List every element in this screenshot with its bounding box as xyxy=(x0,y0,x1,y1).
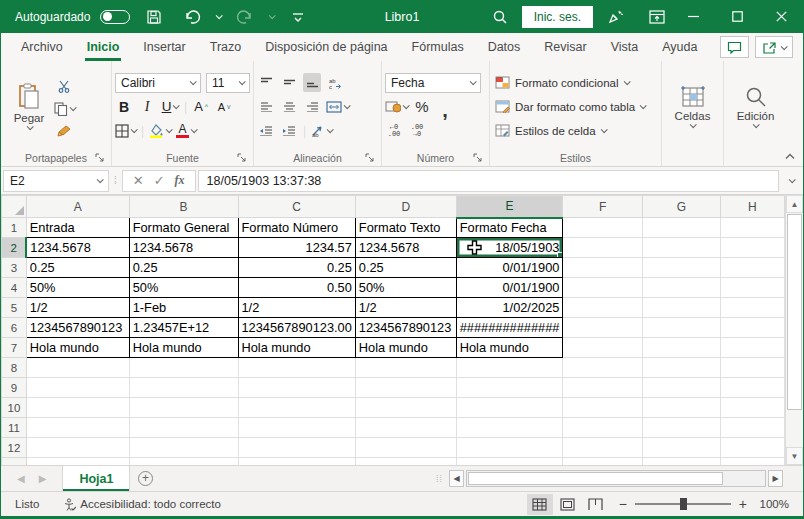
paste-button[interactable]: Pegar xyxy=(4,64,54,149)
cell-D1[interactable]: Formato Texto xyxy=(355,218,456,238)
share-button[interactable] xyxy=(755,36,793,58)
new-sheet-button[interactable]: + xyxy=(130,466,160,491)
maximize-button[interactable] xyxy=(715,0,759,33)
tab-disposición-de-página[interactable]: Disposición de página xyxy=(253,33,399,61)
prev-sheet-icon[interactable]: ◀ xyxy=(17,473,25,484)
cell-A2[interactable]: 1234.5678 xyxy=(26,238,129,258)
orientation-dropdown-icon[interactable] xyxy=(327,126,334,133)
number-format-combo[interactable]: Fecha xyxy=(385,73,481,93)
vertical-scroll-thumb[interactable] xyxy=(787,214,802,410)
merge-center-icon[interactable] xyxy=(326,97,349,116)
cell-C9[interactable] xyxy=(238,378,355,398)
cell-B5[interactable]: 1-Feb xyxy=(129,298,238,318)
cell-A10[interactable] xyxy=(26,398,129,418)
cell-F8[interactable] xyxy=(563,358,643,378)
increase-indent-icon[interactable] xyxy=(280,121,298,140)
cell-G5[interactable] xyxy=(643,298,721,318)
decrease-decimal-button[interactable]: .00→0 xyxy=(408,121,426,140)
cell-H1[interactable] xyxy=(720,218,784,238)
cells-button[interactable]: Celdas xyxy=(668,64,718,149)
cell-C6[interactable]: 1234567890123.00 xyxy=(238,318,355,338)
percent-style-button[interactable]: % xyxy=(413,97,431,116)
cell-F9[interactable] xyxy=(563,378,643,398)
cell-B9[interactable] xyxy=(129,378,238,398)
close-button[interactable] xyxy=(759,0,803,33)
cell-B8[interactable] xyxy=(129,358,238,378)
cell-B11[interactable] xyxy=(129,418,238,438)
row-header-5[interactable]: 5 xyxy=(2,298,27,318)
increase-font-button[interactable]: A^ xyxy=(192,97,210,116)
cell-D9[interactable] xyxy=(355,378,456,398)
align-right-icon[interactable] xyxy=(303,97,321,116)
paste-dropdown-icon[interactable] xyxy=(26,123,33,130)
tab-fórmulas[interactable]: Fórmulas xyxy=(400,33,476,61)
cell-E10[interactable] xyxy=(456,398,563,418)
formula-bar-grip[interactable]: ⁞ xyxy=(111,175,120,186)
align-left-icon[interactable] xyxy=(257,97,275,116)
select-all-corner[interactable] xyxy=(2,196,27,218)
page-break-preview-icon[interactable] xyxy=(583,494,609,515)
cell-F11[interactable] xyxy=(563,418,643,438)
autosave-toggle[interactable] xyxy=(100,10,130,24)
row-header-2[interactable]: 2 xyxy=(2,238,27,258)
cell-A3[interactable]: 0.25 xyxy=(26,258,129,278)
font-color-dropdown-icon[interactable] xyxy=(191,126,198,133)
cell-G7[interactable] xyxy=(643,338,721,358)
coming-soon-icon[interactable] xyxy=(601,5,629,29)
tab-inicio[interactable]: Inicio xyxy=(75,33,132,61)
cell-E9[interactable] xyxy=(456,378,563,398)
tab-insertar[interactable]: Insertar xyxy=(131,33,197,61)
cell-C2[interactable]: 1234.57 xyxy=(238,238,355,258)
cell-F10[interactable] xyxy=(563,398,643,418)
cell-B1[interactable]: Formato General xyxy=(129,218,238,238)
cell-G2[interactable] xyxy=(643,238,721,258)
cell-B3[interactable]: 0.25 xyxy=(129,258,238,278)
align-middle-icon[interactable] xyxy=(280,73,298,92)
clipboard-dialog-launcher[interactable] xyxy=(95,153,105,163)
fill-handle[interactable] xyxy=(557,252,563,258)
cell-E6[interactable]: ############## xyxy=(456,318,563,338)
column-header-A[interactable]: A xyxy=(26,196,129,218)
tab-archivo[interactable]: Archivo xyxy=(9,33,75,61)
cell-E8[interactable] xyxy=(456,358,563,378)
tab-vista[interactable]: Vista xyxy=(599,33,651,61)
align-top-icon[interactable] xyxy=(257,73,275,92)
font-dialog-launcher[interactable] xyxy=(237,153,247,163)
cut-icon[interactable] xyxy=(54,77,75,96)
cell-H6[interactable] xyxy=(720,318,784,338)
redo-dropdown-icon[interactable] xyxy=(269,12,276,19)
decrease-font-button[interactable]: Av xyxy=(215,97,233,116)
cell-H11[interactable] xyxy=(720,418,784,438)
cell-E7[interactable]: Hola mundo xyxy=(456,338,563,358)
column-header-E[interactable]: E xyxy=(456,196,563,218)
cell-F12[interactable] xyxy=(563,438,643,458)
cell-A5[interactable]: 1/2 xyxy=(26,298,129,318)
cell-G12[interactable] xyxy=(643,438,721,458)
orientation-icon[interactable]: ab xyxy=(311,121,332,140)
search-icon[interactable] xyxy=(486,5,514,29)
column-header-F[interactable]: F xyxy=(563,196,643,218)
cell-A6[interactable]: 1234567890123 xyxy=(26,318,129,338)
editing-dropdown-icon[interactable] xyxy=(753,121,760,128)
zoom-out-button[interactable]: − xyxy=(619,496,627,512)
cell-H3[interactable] xyxy=(720,258,784,278)
row-header-6[interactable]: 6 xyxy=(2,318,27,338)
underline-dropdown-icon[interactable] xyxy=(173,102,180,109)
name-box[interactable]: E2 xyxy=(3,170,109,192)
cell-C1[interactable]: Formato Número xyxy=(238,218,355,238)
formula-input[interactable]: 18/05/1903 13:37:38 xyxy=(198,170,779,192)
cell-C5[interactable]: 1/2 xyxy=(238,298,355,318)
cell-H8[interactable] xyxy=(720,358,784,378)
editing-button[interactable]: Edición xyxy=(731,64,781,149)
cell-H4[interactable] xyxy=(720,278,784,298)
cell-B12[interactable] xyxy=(129,438,238,458)
column-header-B[interactable]: B xyxy=(129,196,238,218)
page-layout-view-icon[interactable] xyxy=(555,494,581,515)
align-center-icon[interactable] xyxy=(280,97,298,116)
zoom-in-button[interactable]: + xyxy=(739,496,747,512)
cancel-entry-icon[interactable]: ✕ xyxy=(133,173,144,188)
column-header-C[interactable]: C xyxy=(238,196,355,218)
quick-access-toolbar-icon[interactable] xyxy=(284,5,312,29)
row-header-8[interactable]: 8 xyxy=(2,358,27,378)
styles-item-dar-formato-como-tabla[interactable]: Dar formato como tabla xyxy=(495,96,658,117)
